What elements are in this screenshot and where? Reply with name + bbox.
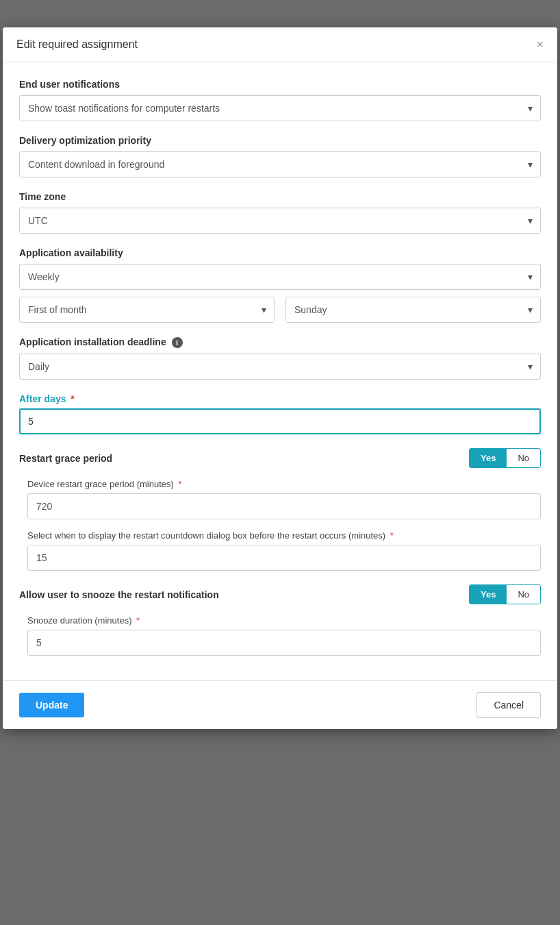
installation-deadline-section: Application installation deadline i Dail… [19, 336, 541, 380]
end-user-notifications-wrapper: Show toast notifications for computer re… [19, 95, 541, 121]
snooze-toggle: Yes No [469, 584, 541, 604]
end-user-notifications-section: End user notifications Show toast notifi… [19, 79, 541, 121]
restart-grace-label: Restart grace period [19, 453, 112, 464]
countdown-label: Select when to display the restart count… [27, 530, 541, 541]
snooze-label: Allow user to snooze the restart notific… [19, 589, 219, 600]
modal-overlay: Edit required assignment × End user noti… [3, 14, 557, 925]
modal-dialog: Edit required assignment × End user noti… [3, 27, 557, 729]
delivery-optimization-wrapper: Content download in foreground Content d… [19, 151, 541, 177]
device-grace-subsection: Device restart grace period (minutes) * [19, 479, 541, 519]
snooze-no[interactable]: No [507, 585, 540, 604]
application-availability-select[interactable]: Weekly Daily Monthly [19, 264, 541, 290]
availability-sub-selects: First of month Second of month Third of … [19, 297, 541, 323]
day-of-week-select[interactable]: Sunday Monday Tuesday Wednesday Thursday… [285, 297, 541, 323]
time-zone-section: Time zone UTC EST PST CST [19, 191, 541, 234]
day-of-week-wrapper: Sunday Monday Tuesday Wednesday Thursday… [285, 297, 541, 323]
restart-grace-toggle-row: Restart grace period Yes No [19, 448, 541, 468]
restart-grace-toggle: Yes No [469, 448, 541, 468]
application-availability-wrapper: Weekly Daily Monthly [19, 264, 541, 290]
cancel-button[interactable]: Cancel [476, 692, 541, 718]
modal-header: Edit required assignment × [3, 27, 557, 62]
snooze-duration-subsection: Snooze duration (minutes) * [19, 615, 541, 656]
after-days-required: * [71, 393, 74, 404]
modal-footer: Update Cancel [3, 680, 557, 729]
modal-body: End user notifications Show toast notifi… [3, 62, 557, 680]
delivery-optimization-select[interactable]: Content download in foreground Content d… [19, 151, 541, 177]
close-button[interactable]: × [536, 38, 544, 51]
snooze-toggle-row: Allow user to snooze the restart notific… [19, 584, 541, 604]
end-user-notifications-label: End user notifications [19, 79, 541, 90]
snooze-duration-required: * [136, 615, 140, 626]
after-days-section: After days * [19, 393, 541, 434]
installation-deadline-wrapper: Daily Weekly Monthly [19, 354, 541, 380]
first-of-month-select[interactable]: First of month Second of month Third of … [19, 297, 275, 323]
first-of-month-wrapper: First of month Second of month Third of … [19, 297, 275, 323]
restart-grace-no[interactable]: No [507, 449, 540, 467]
installation-deadline-select[interactable]: Daily Weekly Monthly [19, 354, 541, 380]
application-availability-label: Application availability [19, 247, 541, 258]
countdown-required: * [390, 530, 394, 541]
countdown-subsection: Select when to display the restart count… [19, 530, 541, 571]
snooze-section: Allow user to snooze the restart notific… [19, 584, 541, 656]
modal-title: Edit required assignment [16, 38, 138, 51]
countdown-input[interactable] [27, 545, 541, 571]
snooze-duration-input[interactable] [27, 630, 541, 656]
application-availability-section: Application availability Weekly Daily Mo… [19, 247, 541, 323]
snooze-yes[interactable]: Yes [470, 585, 507, 604]
snooze-duration-label: Snooze duration (minutes) * [27, 615, 541, 626]
delivery-optimization-section: Delivery optimization priority Content d… [19, 135, 541, 177]
time-zone-label: Time zone [19, 191, 541, 202]
delivery-optimization-label: Delivery optimization priority [19, 135, 541, 146]
restart-grace-yes[interactable]: Yes [470, 449, 507, 467]
time-zone-wrapper: UTC EST PST CST [19, 208, 541, 234]
restart-grace-period-section: Restart grace period Yes No Device resta… [19, 448, 541, 571]
device-grace-input[interactable] [27, 493, 541, 519]
installation-deadline-label: Application installation deadline i [19, 336, 541, 348]
after-days-label: After days * [19, 393, 541, 404]
end-user-notifications-select[interactable]: Show toast notifications for computer re… [19, 95, 541, 121]
info-icon: i [172, 337, 183, 348]
after-days-input[interactable] [19, 408, 541, 434]
device-grace-required: * [178, 479, 181, 489]
time-zone-select[interactable]: UTC EST PST CST [19, 208, 541, 234]
device-grace-label: Device restart grace period (minutes) * [27, 479, 541, 489]
update-button[interactable]: Update [19, 693, 84, 717]
